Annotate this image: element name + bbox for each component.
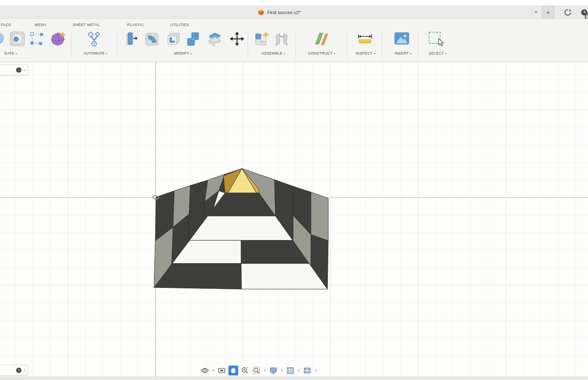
group-create[interactable]: EATE▾ [5, 51, 17, 55]
document-tab[interactable]: First succes v2* [254, 7, 305, 18]
toolbar-divider [418, 32, 418, 58]
group-construct[interactable]: CONSTRUCT▾ [308, 51, 335, 55]
browser-panel-collapsed[interactable]: − ▸ [0, 64, 28, 75]
viewports-dropdown-caret[interactable]: ▾ [314, 369, 318, 372]
new-component-icon[interactable] [253, 31, 271, 48]
group-assemble[interactable]: ASSEMBLE▾ [261, 51, 285, 55]
pan-button[interactable] [228, 366, 238, 375]
automate-icon[interactable] [85, 31, 103, 48]
cursor-icon [439, 38, 443, 46]
toolbar-divider [248, 32, 248, 58]
display-settings-button[interactable] [268, 366, 278, 375]
timeline-toggle-icon[interactable]: • [16, 368, 21, 373]
titlebar: First succes v2* × + [0, 0, 588, 19]
split-body-icon[interactable] [206, 31, 223, 48]
move-copy-icon[interactable] [230, 31, 244, 46]
toolbar-divider [295, 32, 296, 58]
combine-icon[interactable] [185, 31, 202, 48]
tab-sheet-metal[interactable]: SHEET METAL [73, 23, 100, 27]
sync-icon[interactable] [564, 9, 571, 16]
tab-utilities[interactable]: UTILITIES [170, 23, 189, 27]
tab-mesh[interactable]: MESH [35, 23, 46, 27]
group-insert[interactable]: INSERT▾ [395, 51, 412, 55]
grid-settings-button[interactable] [285, 366, 295, 375]
fit-button[interactable] [251, 366, 261, 375]
tab-surface[interactable]: FACE [1, 23, 11, 27]
orange-cube-icon [258, 9, 264, 16]
insert-image-icon[interactable] [393, 31, 410, 47]
select-box-icon[interactable] [427, 31, 446, 48]
timeline-panel-collapsed[interactable]: • ▸ [0, 365, 28, 375]
viewport-model-svg [0, 62, 588, 377]
viewport-canvas[interactable]: − ▸ • ▸ ▾ ▾ [0, 62, 588, 377]
fit-dropdown-caret[interactable]: ▾ [263, 369, 267, 372]
shell-icon[interactable] [165, 31, 182, 48]
toolbar-divider [347, 32, 347, 58]
orbit-button[interactable] [200, 366, 210, 375]
document-title: First succes v2* [267, 10, 301, 15]
new-tab-button[interactable]: + [541, 5, 555, 19]
group-select[interactable]: SELECT▾ [429, 51, 446, 55]
group-modify[interactable]: MODIFY▾ [174, 51, 192, 55]
look-at-button[interactable] [217, 366, 227, 375]
edit-form-icon[interactable] [29, 31, 45, 47]
torus-icon[interactable] [9, 31, 26, 47]
joint-icon[interactable] [273, 31, 290, 48]
toolbar: FACE MESH SHEET METAL PLASTIC UTILITIES [0, 19, 588, 62]
tab-controls: × + [531, 5, 588, 19]
close-tab-button[interactable]: × [531, 9, 541, 15]
chevron-right-icon: ▸ [24, 368, 26, 372]
group-automate[interactable]: AUTOMATE▾ [83, 51, 107, 55]
navigation-bar: ▾ ▾ ▾ ▾ ▾ [200, 365, 318, 376]
orbit-dropdown-caret[interactable]: ▾ [211, 369, 215, 372]
toolbar-divider [117, 32, 117, 58]
fillet-icon[interactable] [143, 31, 161, 48]
display-dropdown-caret[interactable]: ▾ [280, 369, 284, 372]
zoom-button[interactable] [240, 366, 250, 375]
measure-icon[interactable] [357, 33, 373, 45]
group-inspect[interactable]: INSPECT▾ [356, 51, 375, 55]
grid-dropdown-caret[interactable]: ▾ [297, 369, 301, 372]
browser-toggle-icon[interactable]: − [16, 67, 21, 73]
create-form-icon[interactable] [50, 31, 67, 48]
window-bottom-strip [0, 377, 588, 380]
partial-cube-icon[interactable] [0, 31, 5, 46]
tab-plastic[interactable]: PLASTIC [127, 23, 144, 27]
press-pull-icon[interactable] [123, 31, 140, 48]
viewports-button[interactable] [302, 366, 312, 375]
toolbar-divider [71, 32, 71, 58]
fusion-360-window: First succes v2* × + FACE MESH SHEET MET… [0, 0, 588, 380]
construction-plane-icon[interactable] [312, 31, 330, 48]
toolbar-divider [382, 32, 382, 58]
right-wall-col4-top[interactable] [311, 192, 328, 241]
chevron-right-icon: ▸ [24, 68, 26, 72]
